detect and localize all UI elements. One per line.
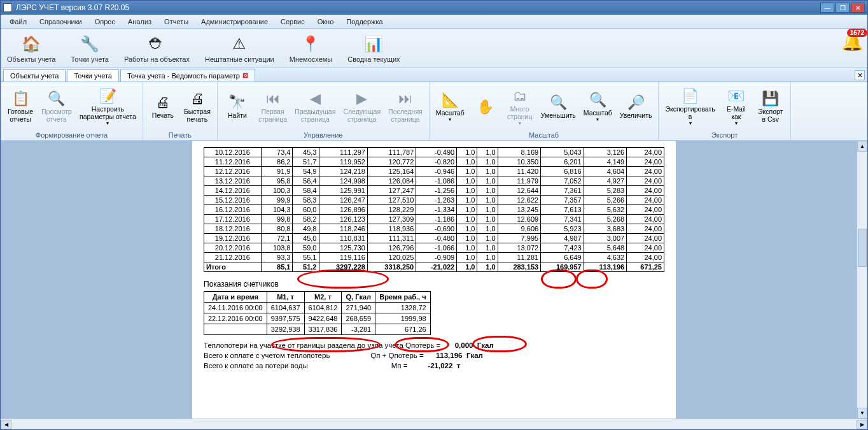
tabstrip-close-button[interactable]: ✕ <box>855 70 865 80</box>
ribbon-экспортировать-в[interactable]: 📄Экспортировать в▾ <box>662 86 717 127</box>
table-row: 11.12.201686,251,7119,952120,772-0,8201,… <box>204 157 664 167</box>
summary-l2-value: 113,196 <box>436 352 463 359</box>
tab-точки-учета[interactable]: Точки учета <box>67 69 119 82</box>
dropdown-icon: ▾ <box>596 117 599 122</box>
meters-row: 22.12.2016 00:009397,5759422,648268,6591… <box>204 313 431 324</box>
table-row: 10.12.201673,445,3111,297111,787-0,4901,… <box>204 148 664 157</box>
ribbon-найти[interactable]: 🔭Найти <box>221 92 253 121</box>
ribbon-печать[interactable]: 🖨Печать <box>147 92 179 121</box>
ribbon-предыдущая-страница: ◀Предыдущая страница <box>292 89 338 124</box>
toolbar-работы-на-объектах[interactable]: ⛑Работы на объектах <box>122 32 192 64</box>
summary-l3-mid: Mп = <box>391 362 408 369</box>
meters-row: 24.11.2016 00:006104,6376104,812271,9401… <box>204 303 431 313</box>
table-row: 17.12.201699,858,2126,123127,309-1,1861,… <box>204 215 664 224</box>
meters-row: 3292,9383317,836-3,281671,26 <box>204 324 431 335</box>
menu-анализ[interactable]: Анализ <box>123 17 157 27</box>
scroll-thumb[interactable] <box>858 229 867 267</box>
ribbon-экспорт-csv[interactable]: 💾Экспорт в Csv <box>755 89 787 124</box>
summary-l2-mid: Qп + Qпотерь = <box>370 352 423 359</box>
menu-окно[interactable]: Окно <box>312 17 339 27</box>
ribbon-быстрая-печать[interactable]: 🖨Быстрая печать <box>181 89 213 124</box>
ribbon-увеличить[interactable]: 🔎Увеличить <box>617 92 655 121</box>
tab-close-icon[interactable]: ⊠ <box>242 71 248 80</box>
summary-block: Теплопотери на участке от границы раздел… <box>204 341 664 369</box>
maximize-button[interactable]: ❐ <box>836 3 850 13</box>
data-table: 10.12.201673,445,3111,297111,787-0,4901,… <box>204 147 664 272</box>
table-row: 18.12.201680,849,8118,246118,936-0,6901,… <box>204 224 664 234</box>
report-viewport[interactable]: 10.12.201673,445,3111,297111,787-0,4901,… <box>1 141 867 419</box>
toolbar-сводка-текущих[interactable]: 📊Сводка текущих <box>345 32 402 64</box>
app-icon <box>3 3 12 12</box>
app-window: ЛЭРС УЧЕТ версия 3.07 R20.05 — ❐ ✕ ФайлС… <box>0 0 868 430</box>
summary-l3-unit: т <box>457 362 461 369</box>
titlebar: ЛЭРС УЧЕТ версия 3.07 R20.05 — ❐ ✕ <box>1 1 867 15</box>
toolbar-мнемосхемы[interactable]: 📍Мнемосхемы <box>287 32 335 64</box>
summary-l3-value: -21,022 <box>428 362 452 369</box>
scroll-up-button[interactable]: ▲ <box>857 141 867 152</box>
scroll-left-button[interactable]: ◀ <box>1 420 11 429</box>
ribbon-готовые-отчеты[interactable]: 📋Готовые отчеты <box>4 89 36 124</box>
menu-опрос[interactable]: Опрос <box>90 17 120 27</box>
menu-поддержка[interactable]: Поддержка <box>341 17 388 27</box>
ribbon-инструмент[interactable]: ✋ <box>470 97 501 117</box>
dropdown-icon: ▾ <box>689 120 692 126</box>
dropdown-icon: ▾ <box>519 120 521 126</box>
ribbon-масштаб-100[interactable]: 🔍Масштаб▾ <box>581 90 615 124</box>
main-toolbar: 🏠Объекты учета🔧Точки учета⛑Работы на объ… <box>1 29 867 68</box>
menu-файл[interactable]: Файл <box>4 17 32 27</box>
ribbon-group-title: Формирование отчета <box>4 130 139 140</box>
ribbon-group-title: Масштаб <box>433 130 655 140</box>
window-title: ЛЭРС УЧЕТ версия 3.07 R20.05 <box>16 3 129 12</box>
ribbon-email-как[interactable]: 📧E-Mail как▾ <box>720 86 752 127</box>
ribbon-просмотр-отчета: 🔍Просмотр отчета <box>39 89 74 124</box>
table-row: 19.12.201672,145,0110,831111,311-0,4801,… <box>204 234 664 243</box>
minimize-button[interactable]: — <box>820 3 834 13</box>
table-row: 12.12.201691,954,9124,218125,164-0,9461,… <box>204 167 664 176</box>
dropdown-icon: ▾ <box>106 120 109 126</box>
tab-точка-учета---ведомость-параметр[interactable]: Точка учета - Ведомость параметр⊠ <box>120 69 255 82</box>
meters-heading: Показания счетчиков <box>204 280 664 289</box>
toolbar-объекты-учета[interactable]: 🏠Объекты учета <box>4 32 58 64</box>
dropdown-icon: ▾ <box>735 120 738 126</box>
vertical-scrollbar[interactable]: ▲ ▼ <box>857 141 867 419</box>
notification-count: 1672 <box>847 29 867 37</box>
menubar: ФайлСправочникиОпросАнализОтчетыАдминист… <box>1 15 867 29</box>
summary-l2-label: Всего к оплате с учетом теплопотерь <box>204 352 330 359</box>
table-row: 16.12.2016104,360,0126,896128,229-1,3341… <box>204 205 664 215</box>
ribbon-group-title: Печать <box>147 130 213 140</box>
ribbon-уменьшить[interactable]: 🔍Уменьшить <box>538 92 578 121</box>
ribbon-следующая-страница: ▶Следующая страница <box>340 89 383 124</box>
meters-table: Дата и времяM1, тM2, тQ, ГкалВремя раб.,… <box>204 291 431 335</box>
table-total-row: Итого85,151,23297,2283318,250-21,0221,01… <box>204 262 664 272</box>
ribbon-последняя-страница: ⏭Последняя страница <box>386 89 425 124</box>
menu-отчеты[interactable]: Отчеты <box>159 17 193 27</box>
tab-объекты-учета[interactable]: Объекты учета <box>3 69 66 82</box>
summary-l1-label: Теплопотери на участке от границы раздел… <box>204 341 440 349</box>
ribbon-group-title: Экспорт <box>662 130 786 140</box>
table-row: 14.12.2016100,358,4125,991127,247-1,2561… <box>204 186 664 196</box>
ribbon: 📋Готовые отчеты🔍Просмотр отчета📝Настроит… <box>1 82 867 141</box>
ribbon-настроить-параметры[interactable]: 📝Настроить параметры отчета▾ <box>77 86 139 127</box>
table-row: 13.12.201695,856,4124,998126,084-1,0861,… <box>204 176 664 186</box>
summary-l1-unit: Гкал <box>477 341 494 349</box>
summary-l1-value: 0,000 <box>455 341 473 349</box>
close-button[interactable]: ✕ <box>851 3 865 13</box>
menu-администрирование[interactable]: Администрирование <box>196 17 273 27</box>
ribbon-group-title: Управление <box>221 130 425 140</box>
tab-strip: Объекты учетаТочки учетаТочка учета - Ве… <box>1 68 867 82</box>
notifications-bell[interactable]: 🔔 1672 <box>841 31 864 52</box>
toolbar-нештатные-ситуации[interactable]: ⚠Нештатные ситуации <box>202 32 277 64</box>
dropdown-icon: ▾ <box>449 117 451 122</box>
scroll-down-button[interactable]: ▼ <box>857 408 867 419</box>
table-row: 20.12.2016103,859,0125,730126,796-1,0661… <box>204 243 664 253</box>
table-row: 15.12.201699,958,3126,247127,510-1,2631,… <box>204 196 664 205</box>
ribbon-масштаб[interactable]: 📐Масштаб▾ <box>433 90 467 124</box>
menu-сервис[interactable]: Сервис <box>276 17 310 27</box>
report-page: 10.12.201673,445,3111,297111,787-0,4901,… <box>192 141 676 419</box>
toolbar-точки-учета[interactable]: 🔧Точки учета <box>68 32 111 64</box>
summary-l3-label: Всего к оплате за потери воды <box>204 362 308 369</box>
menu-справочники[interactable]: Справочники <box>34 17 87 27</box>
scroll-right-button[interactable]: ▶ <box>857 420 867 429</box>
table-row: 21.12.201693,355,1119,116120,025-0,9091,… <box>204 253 664 262</box>
horizontal-scrollbar[interactable]: ◀ ▶ <box>1 419 867 429</box>
